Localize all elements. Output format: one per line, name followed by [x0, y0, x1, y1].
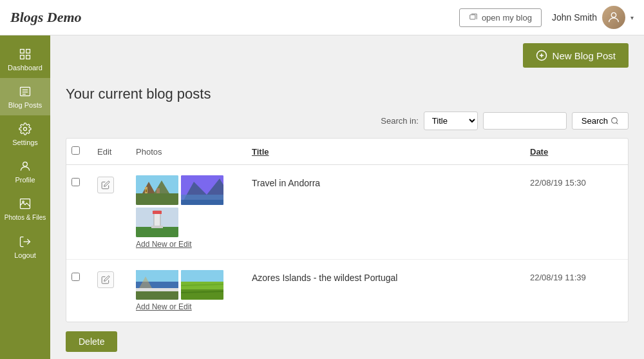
row1-checkbox[interactable]	[71, 178, 80, 186]
search-bar: Search in: Title Content Date Search	[66, 112, 629, 130]
row2-date: 22/08/19 11:39	[525, 267, 628, 285]
header-title[interactable]: Title	[247, 144, 525, 159]
sidebar-label-blog-posts: Blog Posts	[8, 101, 43, 109]
svg-point-10	[24, 128, 27, 131]
row2-edit-button[interactable]	[97, 271, 114, 288]
header-right: open my blog John Smith ▾	[459, 6, 634, 29]
profile-icon	[18, 159, 32, 173]
sidebar-item-profile[interactable]: Profile	[0, 153, 50, 190]
svg-rect-40	[136, 291, 178, 300]
search-input[interactable]	[483, 112, 567, 130]
row1-edit-button[interactable]	[97, 177, 114, 193]
row1-photos-grid	[136, 175, 239, 237]
sidebar-label-profile: Profile	[15, 176, 35, 184]
svg-point-13	[23, 201, 24, 203]
sidebar-item-settings[interactable]: Settings	[0, 115, 50, 153]
settings-icon	[18, 122, 32, 136]
new-blog-post-button[interactable]: New Blog Post	[523, 43, 629, 68]
delete-bar: Delete	[66, 331, 629, 352]
row2-add-edit-link[interactable]: Add New or Edit	[136, 302, 242, 311]
header-date[interactable]: Date	[525, 144, 628, 159]
svg-rect-32	[136, 227, 178, 237]
photo-thumb	[181, 270, 223, 300]
row1-edit-cell	[92, 173, 131, 196]
select-all-checkbox[interactable]	[71, 146, 80, 155]
sidebar-item-blog-posts[interactable]: Blog Posts	[0, 78, 50, 115]
sidebar: Dashboard Blog Posts Settings Profile Ph	[0, 35, 50, 359]
photos-files-icon	[18, 197, 32, 211]
row1-date: 22/08/19 15:30	[525, 173, 628, 190]
avatar	[602, 6, 625, 29]
svg-rect-3	[26, 50, 30, 53]
photo-thumb	[181, 175, 223, 205]
row1-title: Travel in Andorra	[247, 173, 525, 191]
search-field-select[interactable]: Title Content Date	[424, 112, 478, 130]
svg-rect-24	[146, 189, 147, 192]
dashboard-icon	[18, 47, 32, 61]
svg-rect-30	[181, 200, 223, 205]
search-button[interactable]: Search	[572, 112, 629, 130]
posts-table: Edit Photos Title Date	[66, 138, 629, 322]
svg-rect-39	[136, 288, 178, 291]
header-checkbox-cell	[66, 144, 92, 159]
row2-title: Azores Islands - the wildest Portugal	[247, 267, 525, 286]
new-post-bar: New Blog Post	[50, 35, 644, 68]
photo-thumb	[136, 208, 178, 237]
logout-icon	[18, 235, 32, 249]
main-inner: Your current blog posts Search in: Title…	[50, 75, 644, 359]
svg-rect-26	[156, 188, 160, 193]
row2-photos-cell: Add New or Edit	[131, 267, 247, 314]
header-photos: Photos	[131, 144, 247, 159]
sidebar-item-dashboard[interactable]: Dashboard	[0, 41, 50, 78]
header-edit: Edit	[92, 144, 131, 159]
table-row: Add New or Edit Travel in Andorra 22/08/…	[66, 165, 628, 260]
search-icon	[611, 117, 619, 125]
delete-button[interactable]: Delete	[66, 331, 117, 352]
external-link-icon	[469, 13, 478, 22]
user-name: John Smith	[552, 12, 597, 23]
table-row: Add New or Edit Azores Islands - the wil…	[66, 260, 628, 322]
row1-add-edit-link[interactable]: Add New or Edit	[136, 240, 242, 249]
user-menu[interactable]: John Smith ▾	[552, 6, 634, 29]
photo-thumb	[136, 175, 178, 205]
svg-rect-35	[151, 226, 163, 228]
open-blog-button[interactable]: open my blog	[459, 8, 542, 27]
svg-point-11	[23, 162, 28, 166]
logo: Blogs Demo	[10, 9, 82, 26]
sidebar-label-dashboard: Dashboard	[8, 64, 43, 72]
svg-rect-5	[26, 55, 30, 59]
sidebar-label-photos-files: Photos & Files	[5, 213, 46, 222]
svg-rect-2	[21, 50, 24, 53]
row2-photos-grid	[136, 270, 239, 300]
main-content: New Blog Post Your current blog posts Se…	[50, 35, 644, 359]
sidebar-item-logout[interactable]: Logout	[0, 228, 50, 266]
svg-rect-0	[470, 15, 475, 19]
blog-posts-icon	[18, 84, 32, 99]
svg-rect-21	[136, 193, 178, 205]
pencil-icon	[101, 275, 110, 284]
svg-rect-37	[136, 270, 178, 282]
dropdown-arrow-icon: ▾	[630, 14, 634, 21]
svg-rect-43	[181, 270, 223, 282]
svg-line-19	[616, 122, 618, 124]
row2-checkbox-cell	[66, 267, 92, 284]
row1-photos-cell: Add New or Edit	[131, 173, 247, 251]
pencil-icon	[101, 180, 110, 189]
svg-rect-34	[153, 211, 162, 214]
layout: Dashboard Blog Posts Settings Profile Ph	[0, 35, 644, 359]
plus-circle-icon	[536, 50, 547, 61]
page-title: Your current blog posts	[66, 86, 629, 102]
svg-point-18	[612, 118, 618, 124]
svg-rect-4	[21, 55, 24, 59]
sidebar-item-photos-files[interactable]: Photos & Files	[0, 190, 50, 228]
svg-point-1	[611, 13, 616, 17]
row2-edit-cell	[92, 267, 131, 291]
sidebar-label-settings: Settings	[12, 139, 38, 146]
row2-checkbox[interactable]	[71, 273, 80, 281]
header: Blogs Demo open my blog John Smith ▾	[0, 0, 644, 35]
sidebar-label-logout: Logout	[14, 251, 36, 259]
search-in-label: Search in:	[381, 116, 419, 126]
photo-thumb	[136, 270, 178, 300]
row1-checkbox-cell	[66, 173, 92, 189]
table-header: Edit Photos Title Date	[66, 139, 628, 165]
